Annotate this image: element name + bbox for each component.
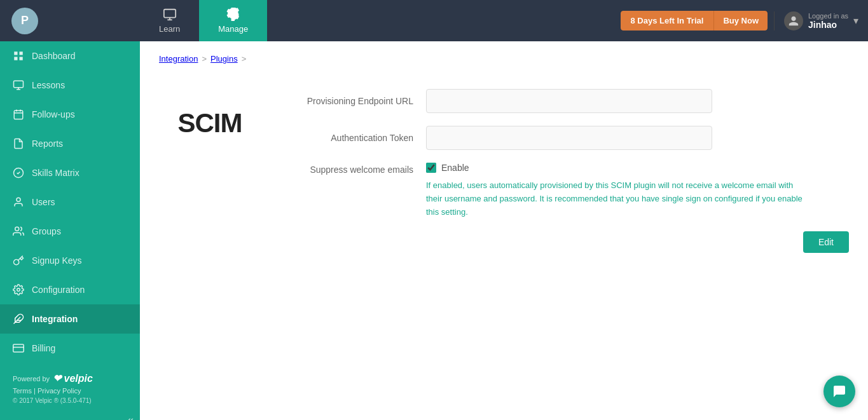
- collapse-sidebar-area: «: [0, 414, 140, 420]
- edit-btn-row: Edit: [286, 231, 849, 253]
- powered-by-label: Powered by: [13, 375, 50, 383]
- trial-group: 8 Days Left In Trial Buy Now: [621, 11, 768, 30]
- sidebar-item-users[interactable]: Users: [0, 187, 140, 217]
- svg-rect-3: [14, 51, 17, 55]
- nav-manage[interactable]: Manage: [199, 0, 267, 41]
- logged-in-as-label: Logged in as: [808, 12, 848, 20]
- integration-icon: [13, 313, 24, 325]
- breadcrumb-sep-1: >: [202, 54, 207, 64]
- keys-icon: [13, 255, 24, 266]
- username-label: Jinhao: [808, 20, 848, 30]
- sidebar-label-groups: Groups: [32, 226, 61, 236]
- sidebar-label-billing: Billing: [32, 343, 55, 353]
- main-layout: Dashboard Lessons Follow-ups Reports Ski…: [0, 41, 868, 420]
- auth-label: Authentication Token: [286, 133, 413, 143]
- logo-area: P: [0, 8, 140, 34]
- auth-token-row: Authentication Token: [286, 126, 849, 150]
- content-area: Integration > Plugins > SCIM Provisionin…: [140, 41, 868, 420]
- gear-icon: [226, 8, 240, 22]
- top-navigation: P Learn Manage 8 Days Left In Trial Buy …: [0, 0, 868, 41]
- suppress-label: Suppress welcome emails: [286, 163, 413, 175]
- sidebar-label-signup-keys: Signup Keys: [32, 255, 82, 266]
- breadcrumb: Integration > Plugins >: [159, 54, 849, 64]
- powered-by: Powered by ❤ velpic: [13, 372, 127, 384]
- breadcrumb-integration[interactable]: Integration: [159, 54, 198, 64]
- nav-learn[interactable]: Learn: [140, 0, 199, 41]
- sidebar-label-lessons: Lessons: [32, 80, 65, 90]
- svg-rect-7: [14, 81, 24, 88]
- user-menu[interactable]: Logged in as Jinhao ▾: [774, 11, 858, 30]
- groups-icon: [13, 226, 24, 237]
- dashboard-icon: [13, 50, 24, 62]
- enable-checkbox[interactable]: [426, 163, 436, 173]
- chevron-down-icon: ▾: [853, 15, 858, 27]
- sidebar-label-skills: Skills Matrix: [32, 168, 79, 178]
- sidebar-item-skills[interactable]: Skills Matrix: [0, 158, 140, 187]
- sidebar-label-dashboard: Dashboard: [32, 51, 76, 61]
- chat-icon: [832, 384, 847, 399]
- nav-right: 8 Days Left In Trial Buy Now Logged in a…: [621, 11, 869, 30]
- scim-logo-area: SCIM: [159, 89, 261, 253]
- nav-items: Learn Manage: [140, 0, 621, 41]
- sidebar-footer: Powered by ❤ velpic Terms | Privacy Poli…: [0, 363, 140, 414]
- terms-link[interactable]: Terms: [13, 387, 32, 395]
- sidebar-label-reports: Reports: [32, 139, 63, 149]
- sidebar-label-users: Users: [32, 197, 55, 207]
- sidebar-item-integration[interactable]: Integration: [0, 304, 140, 334]
- sidebar: Dashboard Lessons Follow-ups Reports Ski…: [0, 41, 140, 420]
- followups-icon: [13, 109, 24, 120]
- collapse-sidebar-button[interactable]: «: [127, 414, 134, 420]
- users-icon: [13, 196, 24, 208]
- enable-label: Enable: [441, 163, 469, 173]
- sidebar-item-dashboard[interactable]: Dashboard: [0, 41, 140, 71]
- velpic-logo: ❤ velpic: [53, 372, 93, 384]
- info-text: If enabled, users automatically provisio…: [426, 179, 808, 219]
- nav-manage-label: Manage: [218, 24, 248, 34]
- nav-learn-label: Learn: [159, 24, 180, 34]
- sidebar-item-signup-keys[interactable]: Signup Keys: [0, 246, 140, 275]
- provisioning-input[interactable]: [426, 89, 712, 113]
- buy-now-button[interactable]: Buy Now: [713, 11, 768, 30]
- svg-rect-0: [163, 10, 175, 18]
- sidebar-item-groups[interactable]: Groups: [0, 217, 140, 246]
- edit-button[interactable]: Edit: [803, 231, 849, 253]
- user-avatar-icon: [784, 11, 803, 30]
- svg-point-15: [17, 198, 20, 201]
- sidebar-label-followups: Follow-ups: [32, 109, 75, 119]
- svg-point-16: [15, 227, 19, 231]
- svg-rect-6: [14, 57, 17, 60]
- sidebar-label-integration: Integration: [32, 314, 78, 324]
- suppress-content: Enable If enabled, users automatically p…: [426, 163, 849, 219]
- breadcrumb-plugins[interactable]: Plugins: [210, 54, 238, 64]
- svg-rect-20: [13, 344, 24, 352]
- svg-rect-5: [20, 57, 23, 60]
- auth-token-input[interactable]: [426, 126, 712, 150]
- scim-page: SCIM Provisioning Endpoint URL Authentic…: [159, 76, 849, 266]
- sidebar-label-configuration: Configuration: [32, 285, 85, 295]
- sidebar-item-billing[interactable]: Billing: [0, 334, 140, 363]
- scim-form: Provisioning Endpoint URL Authentication…: [286, 89, 849, 253]
- enable-row: Enable: [426, 163, 849, 173]
- reports-icon: [13, 138, 24, 149]
- sidebar-item-configuration[interactable]: Configuration: [0, 275, 140, 304]
- suppress-row: Suppress welcome emails Enable If enable…: [286, 163, 849, 219]
- provisioning-label: Provisioning Endpoint URL: [286, 96, 413, 106]
- chat-bubble[interactable]: [823, 376, 855, 407]
- privacy-policy-link[interactable]: Privacy Policy: [38, 387, 81, 395]
- sidebar-item-reports[interactable]: Reports: [0, 129, 140, 158]
- svg-rect-10: [14, 111, 23, 119]
- lessons-icon: [13, 79, 24, 91]
- user-info: Logged in as Jinhao: [808, 12, 848, 30]
- config-icon: [13, 284, 24, 295]
- skills-icon: [13, 167, 24, 179]
- copyright: © 2017 Velpic ® (3.5.0-471): [13, 397, 127, 404]
- sidebar-item-followups[interactable]: Follow-ups: [0, 100, 140, 129]
- footer-links: Terms | Privacy Policy: [13, 387, 127, 395]
- trial-badge[interactable]: 8 Days Left In Trial: [621, 11, 714, 30]
- monitor-icon: [163, 8, 177, 22]
- billing-icon: [13, 342, 24, 354]
- sidebar-item-lessons[interactable]: Lessons: [0, 71, 140, 100]
- svg-point-17: [17, 288, 20, 292]
- logo-avatar: P: [11, 8, 38, 34]
- svg-rect-4: [20, 51, 23, 55]
